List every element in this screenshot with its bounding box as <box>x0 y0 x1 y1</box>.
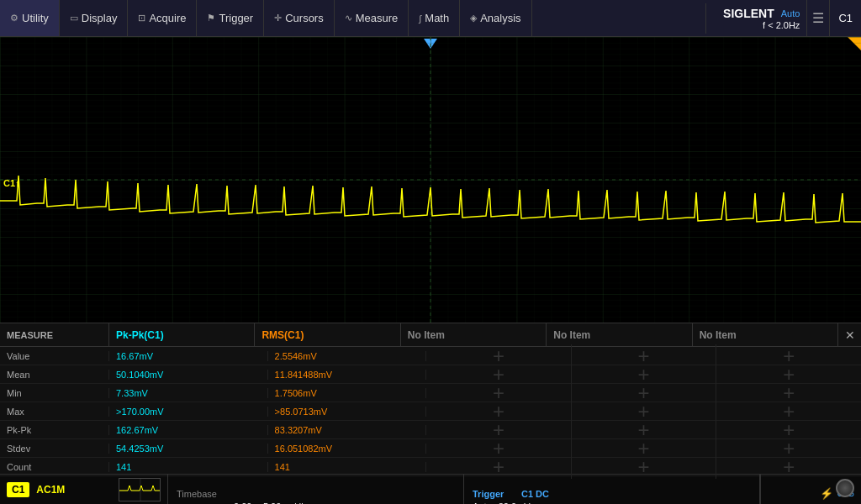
measure-row-val2: 1.7506mV <box>268 388 427 398</box>
measure-row-label: Mean <box>0 370 109 380</box>
measure-row-val2: 83.3207mV <box>268 425 427 435</box>
menu-bar: ⚙ Utility ▭ Display ⊡ Acquire ⚑ Trigger … <box>0 0 861 37</box>
acquire-icon: ⊡ <box>138 13 145 24</box>
measure-row-label: Min <box>0 388 109 398</box>
measure-row: Count 141 141 + + + <box>0 458 861 476</box>
measurements-panel: MEASURE Pk-Pk(C1) RMS(C1) No Item No Ite… <box>0 323 861 474</box>
analysis-icon: ◈ <box>470 13 477 24</box>
measure-close-button[interactable]: ✕ <box>837 323 861 347</box>
brand-mode: Auto <box>781 8 800 18</box>
menu-display[interactable]: ▭ Display <box>60 0 129 36</box>
timebase-row2: 0.00s 5.00ms/div <box>177 501 455 505</box>
utility-icon: ⚙ <box>10 13 18 24</box>
brand-name: SIGLENT <box>723 7 774 20</box>
channel-indicator-label: C1 <box>838 12 853 24</box>
channel-label: C1↑ <box>3 178 20 188</box>
cursors-icon: ✛ <box>274 13 282 24</box>
channel1-box: C1 AC1M 10X 20M 20.00mV 0.00V <box>0 475 168 504</box>
measure-row-label: Max <box>0 407 109 417</box>
menu-analysis[interactable]: ◈ Analysis <box>460 0 531 36</box>
menu-trigger[interactable]: ⚑ Trigger <box>197 0 264 36</box>
measure-row-val1: 162.67mV <box>109 425 268 435</box>
measure-col-rms: RMS(C1) <box>255 323 400 346</box>
menu-cursors[interactable]: ✛ Cursors <box>264 0 335 36</box>
timebase-trigger-area: Timebase 0.00s 5.00ms/div 2.00Mpts 40.0M… <box>168 475 760 504</box>
measure-row-label: Value <box>0 351 109 361</box>
measure-icon: ∿ <box>345 13 352 24</box>
trigger-mode-val: Auto <box>473 501 492 505</box>
status-bar: C1 AC1M 10X 20M 20.00mV 0.00V <box>0 474 861 504</box>
menu-math-label: Math <box>425 12 449 24</box>
knob-icon[interactable] <box>836 479 854 497</box>
channel1-top: C1 AC1M <box>0 475 167 504</box>
channel1-preview <box>119 478 161 501</box>
menu-measure[interactable]: ∿ Measure <box>335 0 409 36</box>
tb-pos-label <box>177 501 227 505</box>
measure-row-val1: 50.1040mV <box>109 370 268 380</box>
measure-row-val1: 54.4253mV <box>109 444 268 454</box>
menu-acquire-label: Acquire <box>149 12 186 24</box>
menu-cursors-label: Cursors <box>285 12 324 24</box>
tb-pos-val: 0.00s <box>234 501 256 505</box>
measure-row-val1: 7.33mV <box>109 388 268 398</box>
brand-area: SIGLENT Auto f < 2.0Hz <box>705 3 806 34</box>
timebase-label: Timebase <box>177 489 227 499</box>
brand-freq: f < 2.0Hz <box>763 20 800 30</box>
measure-row-val2: 11.841488mV <box>268 370 427 380</box>
trigger-box: Trigger C1 DC Auto 82.0mV Edge Rising <box>463 475 759 504</box>
menu-utility-label: Utility <box>22 12 49 24</box>
tb-scale-val: 5.00ms/div <box>263 501 308 505</box>
measure-label: MEASURE <box>0 323 109 346</box>
measure-row-label: Stdev <box>0 444 109 454</box>
measure-row-label: Pk-Pk <box>0 425 109 435</box>
measure-row-val2: 16.051082mV <box>268 444 427 454</box>
measure-row-val2: 141 <box>268 462 427 472</box>
channel1-badge: C1 <box>7 482 29 497</box>
display-icon: ▭ <box>70 13 78 24</box>
measure-row-val1: 141 <box>109 462 268 472</box>
document-icon: ☰ <box>812 10 824 26</box>
math-icon: ∫ <box>419 13 421 24</box>
channel-indicator: C1 <box>829 0 861 36</box>
timebase-box: Timebase 0.00s 5.00ms/div 2.00Mpts 40.0M… <box>168 475 463 504</box>
trigger-row2: Auto 82.0mV <box>473 501 751 505</box>
oscilloscope-display: C1↑ <box>0 37 861 323</box>
trigger-icon: ⚑ <box>207 13 215 24</box>
usb-icon: ⚡ <box>820 487 833 500</box>
measure-col-noitem3: No Item <box>693 323 837 346</box>
measure-col-noitem2: No Item <box>547 323 692 346</box>
measure-row-val2: >85.0713mV <box>268 407 427 417</box>
trigger-label: Trigger <box>473 489 515 499</box>
measure-row-label: Count <box>0 462 109 472</box>
trigger-channel-dc: C1 DC <box>521 489 549 499</box>
right-status: ⚡ USB 05:41:08 2023/5/30 <box>760 475 861 504</box>
menu-measure-label: Measure <box>356 12 399 24</box>
measure-row-val1: >170.00mV <box>109 407 268 417</box>
trigger-level-val: 82.0mV <box>499 501 531 505</box>
measure-col-noitem1: No Item <box>401 323 547 346</box>
menu-acquire[interactable]: ⊡ Acquire <box>128 0 197 36</box>
menu-display-label: Display <box>82 12 118 24</box>
trigger-row1: Trigger C1 DC <box>473 489 751 499</box>
measure-row-val1: 16.67mV <box>109 351 268 361</box>
menu-math[interactable]: ∫ Math <box>409 0 460 36</box>
menu-trigger-label: Trigger <box>219 12 253 24</box>
timebase-row1: Timebase <box>177 489 455 499</box>
measurements-rows: Value 16.67mV 2.5546mV + + + Mean 50.104… <box>0 347 861 476</box>
measure-row-val2: 2.5546mV <box>268 351 427 361</box>
waveform <box>0 37 861 323</box>
menu-utility[interactable]: ⚙ Utility <box>0 0 60 36</box>
channel1-coupling: AC1M <box>36 484 65 496</box>
measure-col-pkpk: Pk-Pk(C1) <box>109 323 255 346</box>
menu-analysis-label: Analysis <box>480 12 520 24</box>
